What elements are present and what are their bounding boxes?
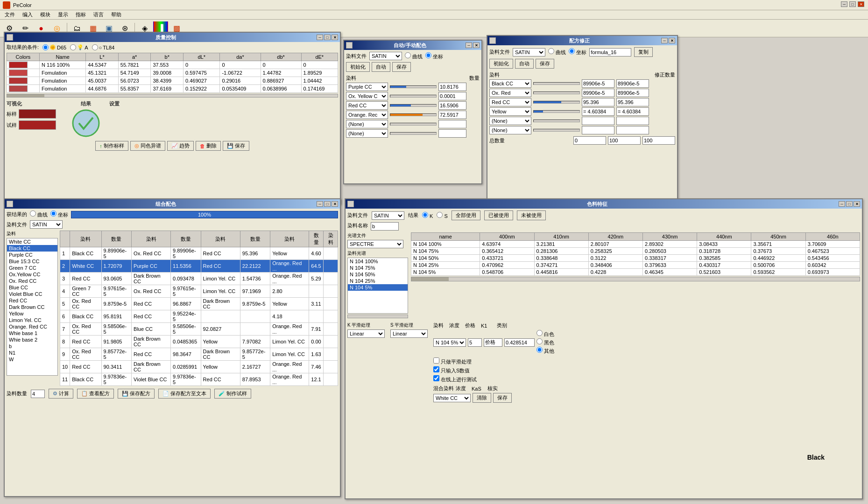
am-dye-amount[interactable] [438,129,466,138]
dp-light-file-select[interactable]: SPECTRE [347,240,403,248]
illuminant-a[interactable]: 💡 A [70,44,88,50]
dp-use-all-btn[interactable]: 全部使用 [452,210,480,220]
dp-save-final-btn[interactable]: 保存 [493,393,512,403]
cc-save-formula-btn[interactable]: 💾 保存配方 [118,389,155,399]
table-row[interactable]: 7Ox. Red CC9.58506e-5Blue CC9.58506e-592… [60,323,338,336]
fc-init-btn[interactable]: 初始化 [489,59,513,69]
fc-dye-slider[interactable] [533,129,580,132]
am-init-btn[interactable]: 初始化 [346,62,370,72]
fc-dye-slider[interactable] [533,82,580,85]
dp-price-input[interactable] [484,338,502,347]
illuminant-tl84[interactable]: ○ TL84 [92,44,115,50]
am-dye-slider[interactable] [390,113,437,116]
minimize-button[interactable]: ─ [841,1,847,7]
save-btn[interactable]: 💾 保存 [223,141,249,151]
table-row[interactable]: 11Black CC9.97836e-5Violet Blue CC9.9783… [60,373,338,386]
table-row[interactable]: Fomulation 45.1321 54.7149 39.0008 0.597… [7,69,338,77]
fc-formula-name[interactable] [589,48,631,56]
cc-calc-btn[interactable]: ⚙ 计算 [49,389,73,399]
fc-radio-curve[interactable]: 曲线 [548,48,566,56]
fc-total-val2[interactable] [608,136,641,145]
am-dye-slider[interactable] [390,123,437,126]
list-item[interactable]: Black CC [7,245,57,252]
am-dye-slider[interactable] [390,95,437,98]
table-row[interactable]: 4Green 7 CC9.97615e-5Ox. Red CC9.97615e-… [60,285,338,298]
fc-total-val3[interactable] [642,136,675,145]
am-auto-btn[interactable]: 自动 [372,62,390,72]
dp-minimize[interactable]: ─ [839,201,845,207]
list-item[interactable]: Orange. Red CC [7,323,57,330]
list-item[interactable]: W [7,356,57,363]
table-row[interactable]: Fomulation 45.0037 56.0723 38.4399 0.469… [7,77,338,85]
cc-dye-count-input[interactable] [31,390,45,398]
fc-dye-select[interactable]: Yellow [489,107,531,116]
cc-dye-file-select[interactable]: SATIN [30,220,63,229]
list-item[interactable]: Violet Blue CC [7,291,57,297]
am-dye-slider[interactable] [390,132,437,135]
am-dye-select[interactable]: (None) [346,120,388,128]
dp-radio-s[interactable]: S [437,212,447,219]
am-dye-amount[interactable] [438,92,466,100]
fc-minimize[interactable]: ─ [661,38,668,43]
table-row[interactable]: 1Black CC9.89906e-5Ox. Red CC9.89906e-5R… [60,247,338,260]
list-item[interactable]: N 104 100% [348,258,408,265]
dp-clear-btn[interactable]: 清除 [473,393,491,403]
am-radio-coord[interactable]: 坐标 [425,52,443,60]
list-item[interactable]: Green 7 CC [7,265,57,271]
fc-dye-slider[interactable] [533,101,580,104]
fc-dye-amount2[interactable] [616,126,649,134]
list-item[interactable]: b [7,343,57,350]
fc-dye-select[interactable]: Black CC [489,79,531,88]
table-row[interactable]: 2White CC1.72079Purple CC11.5356Red CC22… [60,260,338,273]
table-row[interactable]: 6Black CC95.8191Red CC9.95224e-54.18 [60,310,338,323]
list-item[interactable]: Dark Brown CC [7,304,57,310]
am-dye-amount[interactable] [438,83,466,91]
dp-online-test-chk[interactable]: 在线上进行测试 [433,375,477,383]
dp-radio-black[interactable]: 黑色 [536,338,554,346]
fc-dye-amount2[interactable] [616,117,649,125]
cc-dye-list-panel[interactable]: White CCBlack CCPurple CCBlue 15:3 CCGre… [7,238,58,376]
dp-radio-k[interactable]: K [422,212,433,219]
table-row[interactable]: 9Ox. Red CC9.85772e-5Red CC98.3647Dark B… [60,348,338,361]
cc-radio-coord[interactable]: 坐标 [50,210,68,218]
table-row[interactable]: N 104 25%0.4709620.3742710.3484060.37963… [411,262,860,269]
menu-input[interactable]: 编入 [19,10,36,19]
am-radio-curve[interactable]: 曲线 [405,52,423,60]
table-row[interactable]: 3Red CC93.0605Dark Brown CC0.093478Limon… [60,273,338,285]
am-dye-slider[interactable] [390,104,437,107]
dp-conc-input[interactable] [468,338,482,347]
fc-dye-amount1[interactable] [582,89,614,97]
cc-maximize[interactable]: □ [324,201,331,207]
list-item[interactable]: Limon Yel. CC [7,317,57,323]
dp-k-smooth-select[interactable]: Linear [347,329,385,338]
menu-file[interactable]: 文件 [1,10,19,19]
list-item[interactable]: N1 [7,350,57,356]
metamerism-btn[interactable]: ◎ 同色异谱 [130,141,165,151]
menu-index[interactable]: 指标 [72,10,90,19]
list-item[interactable]: N 104 5% [348,284,408,291]
fc-dye-select[interactable]: (None) [489,126,531,134]
list-item[interactable]: Whie base 1 [7,330,57,336]
cc-view-formula-btn[interactable]: 📋 查看配方 [77,389,114,399]
am-save-btn[interactable]: 保存 [392,62,411,72]
table-row[interactable]: N 104 50%0.4337210.3386480.31220.3383170… [411,255,860,262]
dp-used-btn[interactable]: 已被使用 [484,210,513,220]
cc-radio-curve[interactable]: 曲线 [30,210,48,218]
am-close[interactable]: ✕ [473,42,480,48]
fc-dye-select[interactable]: (None) [489,117,531,125]
qc-close[interactable]: ✕ [332,35,338,40]
fc-dye-amount2[interactable] [616,98,649,106]
table-row[interactable]: Fomulation 44.6876 55.8357 37.6169 0.152… [7,85,338,93]
fc-copy-btn[interactable]: 复制 [634,47,653,57]
list-item[interactable]: White CC [7,238,57,245]
table-row[interactable]: N 104 5%0.5487060.4458160.42280.463450.5… [411,269,860,276]
fc-dye-amount1[interactable] [582,79,614,88]
fc-dye-slider[interactable] [533,110,580,113]
delete-btn[interactable]: 🗑 删除 [196,141,221,151]
fc-dye-amount2[interactable] [616,89,649,97]
menu-module[interactable]: 模块 [36,10,54,19]
dp-radio-white[interactable]: 白色 [536,330,554,338]
list-item[interactable]: Whie base 2 [7,336,57,343]
cc-make-sample-btn[interactable]: 🧪 制作试样 [214,389,251,399]
fc-dye-amount1[interactable] [582,107,614,116]
